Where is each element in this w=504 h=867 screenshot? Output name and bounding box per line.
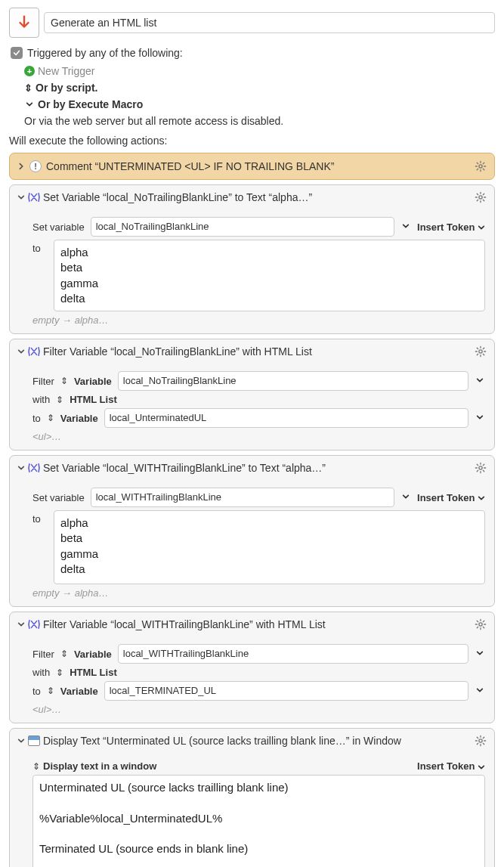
select-chevron-icon[interactable] — [475, 413, 485, 423]
updown-icon[interactable]: ⇕ — [60, 649, 68, 659]
action-filter-variable-1[interactable]: Filter Variable “local_NoTrailingBlankLi… — [9, 339, 495, 451]
chevron-down-icon[interactable] — [16, 737, 26, 745]
gear-icon — [475, 160, 487, 172]
updown-icon[interactable]: ⇕ — [56, 395, 63, 405]
source-type-select[interactable]: Variable — [74, 376, 112, 387]
chevron-down-icon[interactable] — [16, 464, 26, 472]
to-label: to — [32, 686, 41, 697]
trigger-or-by-script[interactable]: Or by script. — [36, 82, 97, 94]
result-hint: empty → alpha… — [32, 314, 485, 326]
variable-x-icon — [26, 463, 42, 473]
updown-icon[interactable]: ⇕ — [47, 686, 54, 696]
text-value-input[interactable]: alpha beta gamma delta — [54, 240, 485, 311]
select-chevron-icon[interactable] — [475, 376, 485, 386]
display-text-input[interactable]: Unterminated UL (source lacks trailling … — [32, 775, 485, 867]
action-set-variable-1[interactable]: Set Variable “local_NoTrailingBlankLine”… — [9, 184, 495, 334]
display-mode-select[interactable]: Display text in a window — [43, 760, 156, 772]
chevron-down-icon[interactable] — [16, 194, 26, 201]
set-variable-label: Set variable — [32, 492, 85, 503]
select-chevron-icon[interactable] — [475, 649, 485, 658]
chevron-down-icon — [478, 763, 485, 771]
gear-icon — [475, 191, 487, 203]
insert-token-button[interactable]: Insert Token — [417, 760, 485, 772]
action-title: Filter Variable “local_WITHTrailingBlank… — [43, 618, 326, 630]
chevron-down-icon — [478, 224, 485, 231]
svg-point-1 — [479, 196, 482, 199]
updown-icon[interactable]: ⇕ — [56, 667, 63, 678]
variable-x-icon — [26, 192, 42, 203]
text-value-input[interactable]: alpha beta gamma delta — [54, 510, 485, 584]
filter-label: Filter — [32, 376, 54, 387]
gear-icon — [475, 618, 487, 630]
insert-token-button[interactable]: Insert Token — [417, 221, 485, 233]
dest-variable-select[interactable]: local_TERMINATED_UL — [104, 681, 468, 701]
variable-name-select[interactable]: local_WITHTrailingBlankLine — [91, 488, 394, 507]
result-hint: empty → alpha… — [32, 587, 485, 599]
result-hint: <ul>… — [32, 704, 485, 715]
action-title: Set Variable “local_WITHTrailingBlankLin… — [43, 462, 326, 474]
triggered-by-label: Triggered by any of the following: — [27, 47, 183, 59]
triggered-checkbox[interactable] — [11, 47, 23, 59]
chevron-down-icon — [478, 494, 485, 502]
updown-icon[interactable]: ⇕ — [24, 83, 32, 93]
gear-icon — [475, 345, 487, 358]
insert-token-button[interactable]: Insert Token — [417, 492, 485, 503]
trigger-or-via-web: Or via the web server but all remote acc… — [24, 115, 283, 127]
gear-button[interactable] — [473, 617, 488, 632]
svg-point-0 — [479, 165, 482, 168]
filter-label: Filter — [32, 649, 54, 660]
svg-point-4 — [479, 623, 482, 626]
gear-icon — [475, 735, 487, 747]
chevron-down-icon[interactable] — [16, 348, 26, 355]
plus-icon[interactable]: + — [24, 66, 35, 76]
action-comment[interactable]: ! Comment “UNTERMINATED <UL> IF NO TRAIL… — [9, 153, 495, 180]
svg-point-3 — [479, 466, 482, 469]
arrow-down-icon — [16, 14, 32, 31]
chevron-right-icon[interactable] — [16, 163, 26, 170]
variable-x-icon — [26, 619, 42, 630]
action-filter-variable-2[interactable]: Filter Variable “local_WITHTrailingBlank… — [9, 612, 495, 723]
action-title: Set Variable “local_NoTrailingBlankLine”… — [43, 191, 312, 203]
svg-point-2 — [479, 350, 482, 353]
select-chevron-icon[interactable] — [400, 222, 411, 231]
trigger-or-by-execute-macro[interactable]: Or by Execute Macro — [38, 98, 143, 110]
macro-title-input[interactable] — [44, 12, 495, 33]
with-label: with — [32, 394, 50, 405]
action-set-variable-2[interactable]: Set Variable “local_WITHTrailingBlankLin… — [9, 455, 495, 607]
gear-button[interactable] — [473, 344, 488, 359]
gear-button[interactable] — [473, 733, 488, 748]
variable-name-select[interactable]: local_NoTrailingBlankLine — [91, 217, 394, 237]
new-trigger-button[interactable]: New Trigger — [38, 65, 94, 77]
with-label: with — [32, 667, 50, 678]
will-execute-label: Will execute the following actions: — [9, 135, 495, 147]
updown-icon[interactable]: ⇕ — [32, 761, 40, 772]
gear-button[interactable] — [473, 460, 488, 475]
macro-icon-box[interactable] — [9, 8, 39, 38]
select-chevron-icon[interactable] — [475, 686, 485, 695]
updown-icon[interactable]: ⇕ — [47, 413, 54, 423]
dest-variable-select[interactable]: local_UnterminatedUL — [104, 408, 468, 428]
updown-icon[interactable]: ⇕ — [60, 376, 68, 386]
chevron-down-icon[interactable] — [16, 621, 26, 628]
chevron-down-icon[interactable] — [24, 101, 35, 108]
filter-type-select[interactable]: HTML List — [70, 667, 117, 678]
window-icon — [26, 735, 42, 746]
action-title: Filter Variable “local_NoTrailingBlankLi… — [43, 345, 312, 358]
dest-type-select[interactable]: Variable — [60, 686, 98, 697]
source-variable-select[interactable]: local_NoTrailingBlankLine — [118, 371, 468, 391]
select-chevron-icon[interactable] — [400, 493, 411, 502]
exclamation-icon: ! — [29, 160, 42, 172]
check-icon — [13, 49, 20, 57]
dest-type-select[interactable]: Variable — [60, 413, 98, 424]
gear-button[interactable] — [473, 190, 488, 205]
filter-type-select[interactable]: HTML List — [70, 394, 117, 405]
source-type-select[interactable]: Variable — [74, 649, 112, 660]
gear-button[interactable] — [473, 159, 488, 174]
result-hint: <ul>… — [32, 431, 485, 442]
to-label: to — [32, 240, 48, 254]
action-display-text[interactable]: Display Text “Unterminated UL (source la… — [9, 728, 495, 867]
set-variable-label: Set variable — [32, 221, 85, 233]
source-variable-select[interactable]: local_WITHTrailingBlankLine — [118, 644, 468, 664]
to-label: to — [32, 510, 48, 525]
gear-icon — [475, 462, 487, 474]
